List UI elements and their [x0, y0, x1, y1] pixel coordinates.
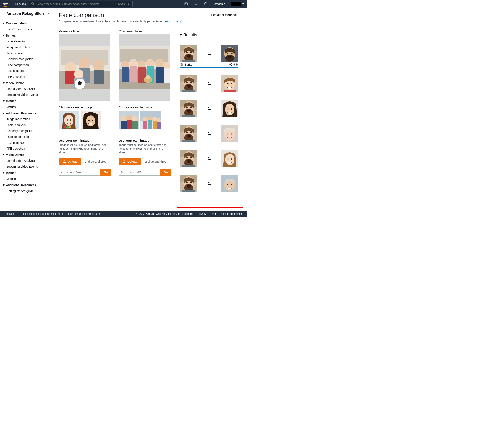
- nav-item[interactable]: Facial analysis: [0, 50, 54, 56]
- equals-icon: =: [205, 50, 214, 57]
- nav-item[interactable]: Celebrity recognition: [0, 56, 54, 62]
- result-row: =: [180, 171, 239, 196]
- services-label: Services: [15, 2, 26, 5]
- nav-heading[interactable]: Metrics: [0, 169, 54, 176]
- result-cmp-face: [221, 100, 238, 117]
- global-search[interactable]: Search for services, features, blogs, do…: [29, 1, 132, 7]
- result-row: =Similarity99.9 %: [180, 41, 239, 72]
- upload-icon: [123, 160, 126, 163]
- close-icon[interactable]: ✕: [47, 11, 50, 16]
- leave-feedback-button[interactable]: Leave us feedback: [207, 12, 241, 18]
- result-ref-face: [180, 125, 198, 142]
- nav-heading[interactable]: Video Demos: [0, 151, 54, 158]
- comparison-preview: [119, 34, 170, 101]
- comparison-upload-button[interactable]: Upload: [119, 158, 141, 165]
- reference-sample-1[interactable]: [59, 111, 79, 129]
- nav-item[interactable]: Image moderation: [0, 44, 54, 50]
- chevron-down-icon: [2, 185, 5, 186]
- page-subtitle: Compare faces to see how closely they ma…: [59, 20, 182, 23]
- svg-line-100: [33, 4, 34, 5]
- reference-sample-heading: Choose a sample image: [59, 106, 110, 109]
- nav-heading[interactable]: Additional Resources: [0, 110, 54, 116]
- nav-item[interactable]: Facial analysis: [0, 122, 54, 128]
- not-equals-icon: =: [205, 130, 214, 137]
- result-cmp-face: [221, 150, 238, 167]
- comparison-sample-2[interactable]: [141, 111, 161, 129]
- chevron-down-icon: [2, 35, 5, 36]
- reference-upload-button[interactable]: Upload: [59, 158, 81, 165]
- content: Face comparison Compare faces to see how…: [54, 8, 247, 211]
- account-redacted: [232, 2, 241, 6]
- nav-heading[interactable]: Additional Resources: [0, 182, 54, 188]
- help-icon[interactable]: [204, 2, 208, 6]
- learn-more-link[interactable]: Learn more: [163, 20, 182, 23]
- nav-heading[interactable]: Video Demos: [0, 80, 54, 86]
- footer-feedback-link[interactable]: Feedback: [3, 212, 15, 215]
- nav-item[interactable]: Text in image: [0, 140, 54, 146]
- svg-point-99: [32, 2, 34, 4]
- comparison-sample-1[interactable]: [119, 111, 139, 129]
- results-panel: Results =Similarity99.9 %=====: [177, 30, 243, 208]
- external-link-icon: [35, 190, 37, 192]
- nav-item[interactable]: Stored Video Analysis: [0, 86, 54, 92]
- nav-item[interactable]: Stored Video Analysis: [0, 158, 54, 164]
- nav-item[interactable]: Streaming Video Events: [0, 92, 54, 98]
- comparison-label: Comparison faces: [119, 30, 170, 33]
- footer-terms-link[interactable]: Terms: [210, 212, 217, 215]
- result-cmp-face: [221, 75, 238, 93]
- services-menu[interactable]: Services: [11, 2, 26, 5]
- result-ref-face: [180, 150, 198, 167]
- footer-cookie-link[interactable]: Cookie preferences: [221, 212, 243, 215]
- footer-copyright: © 2022, Amazon Web Services, Inc. or its…: [137, 212, 194, 215]
- nav-item[interactable]: Text in image: [0, 68, 54, 74]
- reference-url-input[interactable]: [59, 169, 100, 176]
- nav-item[interactable]: Use Custom Labels: [0, 26, 54, 32]
- not-equals-icon: =: [205, 181, 214, 187]
- comparison-go-button[interactable]: Go: [160, 169, 171, 176]
- nav-item[interactable]: PPE detection: [0, 74, 54, 80]
- nav-item[interactable]: Face comparison: [0, 62, 54, 68]
- reference-go-button[interactable]: Go: [100, 169, 111, 176]
- nav-item[interactable]: Metrics: [0, 104, 54, 110]
- result-row: =: [180, 121, 239, 147]
- sidebar: Amazon Rekognition ✕ Custom LabelsUse Cu…: [0, 8, 54, 211]
- not-equals-icon: =: [205, 106, 214, 112]
- nav-item[interactable]: Getting started guide: [0, 188, 54, 194]
- search-placeholder: Search for services, features, blogs, do…: [36, 2, 100, 5]
- nav-heading[interactable]: Metrics: [0, 98, 54, 104]
- nav-item[interactable]: PPE detection: [0, 146, 54, 151]
- reference-preview: [59, 34, 110, 101]
- footer-lang-hint: Looking for language selection? Find it …: [23, 212, 100, 215]
- nav-item[interactable]: Image moderation: [0, 116, 54, 122]
- result-ref-face: [180, 45, 198, 62]
- nav-item[interactable]: Metrics: [0, 176, 54, 182]
- reference-column: Reference face Choose a sample image Use…: [59, 30, 110, 176]
- not-equals-icon: =: [205, 155, 214, 162]
- nav-item[interactable]: Streaming Video Events: [0, 164, 54, 169]
- nav-heading[interactable]: Custom Labels: [0, 20, 54, 26]
- reference-sample-2[interactable]: [81, 111, 101, 129]
- result-ref-face: [180, 175, 198, 192]
- nav-item[interactable]: Celebrity recognition: [0, 128, 54, 134]
- comparison-column: Comparison faces Choose a sample image U…: [119, 30, 170, 176]
- unified-settings-link[interactable]: Unified Settings: [79, 212, 100, 215]
- aws-logo[interactable]: aws: [2, 2, 8, 6]
- results-heading[interactable]: Results: [180, 33, 239, 37]
- chevron-down-icon: [2, 154, 5, 155]
- account-menu[interactable]: [232, 2, 244, 6]
- footer-privacy-link[interactable]: Privacy: [198, 212, 206, 215]
- result-cmp-face: [221, 175, 238, 192]
- cloudshell-icon[interactable]: [184, 2, 188, 6]
- nav-item[interactable]: Label detection: [0, 38, 54, 44]
- nav-item[interactable]: Face comparison: [0, 134, 54, 140]
- comparison-url-input[interactable]: [119, 169, 160, 176]
- nav-heading[interactable]: Demos: [0, 32, 54, 38]
- similarity-block: Similarity99.9 %: [180, 62, 238, 68]
- region-label: Oregon: [214, 2, 223, 5]
- region-selector[interactable]: Oregon: [214, 2, 225, 5]
- comparison-own-heading: Use your own image: [119, 139, 170, 142]
- upload-icon: [63, 160, 66, 163]
- external-link-icon: [98, 213, 100, 215]
- footer: Feedback Looking for language selection?…: [0, 211, 247, 217]
- bell-icon[interactable]: [194, 2, 198, 6]
